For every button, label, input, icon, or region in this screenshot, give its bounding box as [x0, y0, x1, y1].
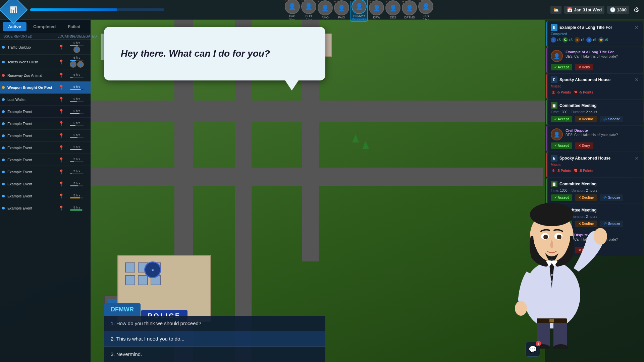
issue-example-6[interactable]: Example Event 📍 5 hrs [0, 166, 91, 178]
issue-weapon[interactable]: Weapon Brought On Post 📍 5 hrs [0, 81, 91, 94]
staff-avatar-dfmwr[interactable]: 5 👤 DFMWR Personality [351, 0, 368, 22]
tab-completed[interactable]: Completed [28, 22, 61, 31]
notif-accept-1[interactable]: ✓ Accept [551, 64, 572, 70]
npc-eye-right-pupil [557, 235, 561, 239]
npc-button-1 [551, 274, 553, 276]
weather-section: ⛅ [550, 6, 561, 14]
issue-example-7[interactable]: Example Event 📍 5 hrs [0, 178, 91, 190]
notif-close-1[interactable]: ✕ [634, 25, 639, 30]
speech-bubble: Hey there. What can I do for you? [104, 27, 325, 80]
dialog-area: Hey there. What can I do for you? [104, 27, 325, 80]
notif-meeting-details-1: Time: 1300 Duration: 2 hours [551, 110, 639, 114]
issue-name-3: Runaway Zoo Animal [7, 73, 42, 77]
notif-icon-4: 📋 [551, 102, 557, 109]
staff-counter-dfmwr: 5 [350, 0, 354, 1]
issue-name-7: Example Event [7, 122, 32, 126]
issue-example-3[interactable]: Example Event 📍 5 hrs [0, 130, 91, 142]
reward-6-1: 👤 -5 Points [551, 168, 571, 173]
notif-rewards-6: 👤 -5 Points 🏗 -5 Points [551, 168, 639, 173]
loc-icon-2: 📍 [57, 59, 65, 65]
date-section: 📅 Jan 31st Wed [564, 6, 604, 14]
issue-indicator-8 [2, 134, 5, 137]
notif-close-6[interactable]: ✕ [634, 156, 639, 161]
staff-avatar-paio[interactable]: 4 👤 PAIO [334, 0, 349, 19]
issue-indicator-5 [2, 98, 5, 101]
issue-example-1[interactable]: Example Event 📍 5 hrs [0, 106, 91, 118]
issue-example-2[interactable]: Example Event 📍 5 hrs [0, 118, 91, 130]
npc-eye-left-pupil [543, 235, 548, 239]
issue-indicator-1 [2, 46, 5, 49]
notif-npc-name-2: Civil Dispute [566, 128, 639, 132]
issue-indicator-9 [2, 146, 5, 149]
notif-title-1: Example of a Long Title For [559, 25, 632, 30]
chat-button[interactable]: 💬 1 [525, 342, 540, 357]
dialog-choice-1[interactable]: 1. How do you think we should proceed? [104, 316, 325, 331]
reward-icon-3-2: 🏗 [573, 89, 578, 95]
issue-name-6: Example Event [7, 110, 32, 114]
staff-name-pao: PAO [289, 14, 295, 18]
npc-right-hand [594, 228, 607, 245]
staff-avatar-des[interactable]: 7 👤 DES [385, 0, 400, 19]
issue-time-9: 5 hrs [65, 145, 89, 150]
notif-close-3[interactable]: ✕ [634, 77, 639, 82]
loc-icon-10: 📍 [57, 157, 65, 163]
notif-subtitle-6: Missed [551, 163, 639, 167]
staff-name-paio: PAIO [338, 16, 345, 19]
loc-icon-12: 📍 [57, 181, 65, 187]
notif-npc-msg-1: DES: Can I take this off your plate? [566, 55, 639, 58]
issue-indicator-12 [2, 183, 5, 185]
notif-npc-avatar-1: 👤 [551, 50, 563, 62]
reward-icon-3-1: 👤 [551, 89, 556, 95]
staff-avatar-img-dfmwr: 👤 [352, 0, 367, 14]
top-progress-bar [30, 8, 164, 11]
notif-header-6: E Spooky Abandoned House ✕ [551, 155, 639, 162]
issue-traffic-buildup[interactable]: Traffic Buildup 📍 5 hrs 👤 [0, 40, 91, 55]
tab-active[interactable]: Active [3, 22, 26, 31]
window-1 [125, 262, 135, 273]
issue-example-9[interactable]: Example Event 📍 5 hrs [0, 202, 91, 214]
issue-zoo-animal[interactable]: Runaway Zoo Animal 📍 5 hrs [0, 69, 91, 81]
dialog-choice-2[interactable]: 2. This is what I need you to do... [104, 331, 325, 347]
issue-name-12: Example Event [7, 182, 32, 186]
staff-name-des: DES [390, 16, 396, 19]
notif-deny-1[interactable]: ✕ Deny [575, 64, 593, 70]
staff-avatar-jag[interactable]: 9 👤 JAG 5 hrs [418, 0, 433, 21]
col-location: Location [58, 35, 68, 38]
issue-toilets[interactable]: Toilets Won't Flush 📍 5 hrs 👤 👤 [0, 55, 91, 69]
notif-deny-5[interactable]: ✕ Deny [575, 142, 593, 149]
settings-button[interactable]: ⚙ [632, 4, 641, 15]
staff-avatar-dhr[interactable]: 2 👤 DHR 5 hrs [301, 0, 316, 21]
staff-avatar-pao[interactable]: 1 👤 PAO 5 hrs [285, 0, 300, 21]
reward-icon-1-3: $ [575, 37, 580, 43]
staff-name-rmo: RMO [322, 16, 329, 19]
staff-name-jag: JAG [423, 14, 429, 18]
dialog-choice-3[interactable]: 3. Nevermind. [104, 347, 325, 362]
speech-text: Hey there. What can I do for you? [121, 47, 270, 60]
notif-decline-4[interactable]: ✕ Decline [575, 116, 597, 122]
issue-example-5[interactable]: Example Event 📍 5 hrs [0, 154, 91, 166]
date-text: Jan 31st Wed [574, 7, 602, 12]
staff-avatar-dptms[interactable]: 8 👤 DPTMS [402, 0, 417, 19]
chat-badge: 1 [536, 341, 541, 346]
speaker-name: DFMWR [104, 303, 141, 316]
staff-avatar-dpw[interactable]: 6 👤 DPW [369, 0, 384, 19]
notif-npc-name-1: Example of a Long Title For [566, 50, 639, 54]
notif-snooze-4[interactable]: 💤 Snooze [600, 116, 623, 122]
staff-avatar-rmo[interactable]: 3 👤 RMO [318, 0, 333, 19]
issue-lost-wallet[interactable]: Lost Wallet 📍 5 hrs [0, 94, 91, 106]
issue-example-4[interactable]: Example Event 📍 5 hrs [0, 142, 91, 154]
staff-counter-dpw: 6 [368, 0, 372, 3]
staff-name-dptms: DPTMS [404, 16, 415, 19]
tab-failed[interactable]: Failed [62, 22, 86, 31]
notif-accept-5[interactable]: ✓ Accept [551, 142, 572, 149]
issue-example-8[interactable]: Example Event 📍 5 hrs [0, 190, 91, 202]
issue-indicator-7 [2, 122, 5, 125]
issue-name-13: Example Event [7, 194, 32, 198]
notif-title-6: Spooky Abandoned House [559, 156, 632, 161]
issue-indicator-11 [2, 171, 5, 173]
notif-accept-4[interactable]: ✓ Accept [551, 116, 572, 122]
issue-time-3: 5 hrs [65, 73, 89, 78]
staff-name-dpw: DPW [373, 16, 380, 19]
weather-icon: ⛅ [553, 7, 559, 12]
left-panel: Active Completed Failed Issue Reported L… [0, 20, 91, 362]
